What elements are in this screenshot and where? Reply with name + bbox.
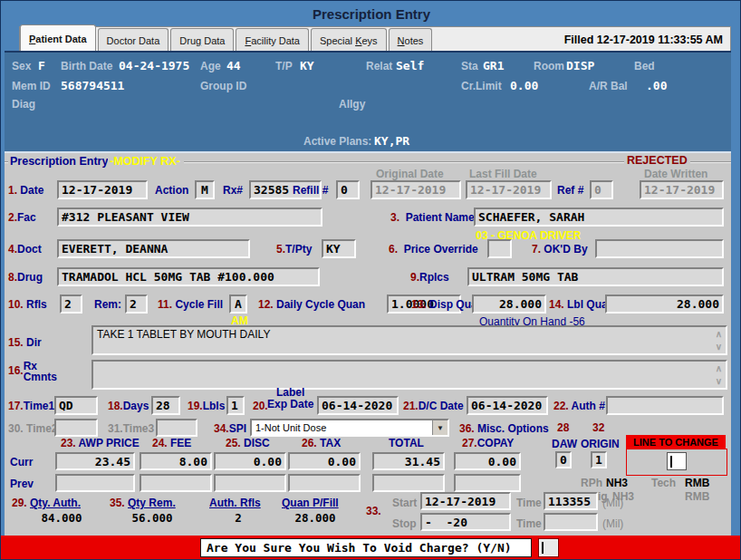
date-written-label: Date Written <box>644 168 707 180</box>
auth-num-field[interactable] <box>606 396 724 415</box>
drug-field[interactable]: TRAMADOL HCL 50MG TAB #100.000 <box>57 267 320 286</box>
spi-dropdown[interactable]: 1-Not Unit Dose ▼ <box>250 419 449 437</box>
birth-date-label: Birth Date <box>61 60 112 72</box>
rph-value: NH3 <box>606 477 628 489</box>
ar-bal-label: A/R Bal <box>589 80 628 92</box>
doct-field[interactable]: EVERETT, DEANNA <box>57 239 250 258</box>
prev-copay-field <box>454 474 521 492</box>
rfls-label: 10. Rfls <box>8 298 47 311</box>
tech-label: Tech <box>651 477 676 489</box>
scroll-down-icon[interactable]: ∨ <box>716 376 722 386</box>
void-charge-input[interactable] <box>539 539 558 556</box>
tech-value: RMB <box>685 477 709 489</box>
age-value: 44 <box>226 59 241 72</box>
tp-value: KY <box>300 59 314 72</box>
start-date-field[interactable]: 12-17-2019 <box>420 492 511 510</box>
qty-auth-header: 29. Qty. Auth. <box>12 497 81 509</box>
relat-label: Relat <box>366 60 392 72</box>
time2-field <box>54 419 98 437</box>
tpty-field[interactable]: KY <box>322 239 356 258</box>
scroll-down-icon[interactable]: ∨ <box>716 342 722 352</box>
patient-name-field[interactable]: SCHAEFER, SARAH <box>474 208 724 227</box>
lbl-quan-field[interactable]: 28.000 <box>605 294 724 314</box>
stop-date-field[interactable]: - -20 <box>420 513 511 531</box>
active-plans-label: Active Plans: <box>303 135 371 148</box>
diag-label: Diag <box>12 98 35 111</box>
cr-limit-value: 0.00 <box>510 79 538 92</box>
group-id-label: Group ID <box>200 80 246 92</box>
ar-bal-value: .00 <box>646 79 667 92</box>
rfls-field[interactable]: 2 <box>60 294 82 314</box>
rx-cmnts-scroll-arrows[interactable]: ∧∨ <box>713 363 725 386</box>
rem-label: Rem: <box>94 298 121 311</box>
prescription-entry-window: Prescription Entry Patient Data Doctor D… <box>0 0 741 560</box>
days-label: 18.Days <box>108 400 149 412</box>
patient-info-panel: Sex F Birth Date 04-24-1975 Age 44 T/P K… <box>5 51 731 153</box>
origin-num: 32 <box>592 421 604 434</box>
rem-field[interactable]: 2 <box>125 294 148 314</box>
num-33: 33. <box>366 505 381 517</box>
allgy-label: Allgy <box>339 98 365 111</box>
disp-quan-field[interactable]: 28.000 <box>472 294 546 314</box>
action-field[interactable]: M <box>195 180 215 199</box>
quan-pfill-value: 28.000 <box>285 511 345 525</box>
time1-field[interactable]: QD <box>54 396 98 415</box>
birth-date-value: 04-24-1975 <box>119 59 189 72</box>
tab-special-keys[interactable]: Special Keys <box>311 28 387 51</box>
tp-label: T/P <box>275 60 293 72</box>
origin-field[interactable]: 1 <box>591 451 607 468</box>
tab-doctor-data[interactable]: Doctor Data <box>98 28 169 51</box>
tab-drug-data[interactable]: Drug Data <box>170 28 234 51</box>
qty-auth-value: 84.000 <box>30 511 93 525</box>
dir-textarea[interactable]: TAKE 1 TABLET BY MOUTH DAILY ∧∨ <box>91 325 727 355</box>
dir-scroll-arrows[interactable]: ∧∨ <box>713 329 725 352</box>
curr-copay-field[interactable]: 0.00 <box>454 452 521 470</box>
fac-field[interactable]: #312 PLEASANT VIEW <box>57 208 322 227</box>
filled-status: Filled 12-17-2019 11:33:55 AM <box>564 34 730 46</box>
tab-patient-data[interactable]: Patient Data <box>20 24 96 51</box>
label-exp-date-num: 20. <box>253 400 268 412</box>
scroll-up-icon[interactable]: ∧ <box>716 329 722 339</box>
tab-strip: Patient Data Doctor Data Drug Data Facil… <box>19 26 731 51</box>
cycle-fill-field[interactable]: A <box>229 294 247 314</box>
line-to-change-header: LINE TO CHANGE <box>626 435 726 449</box>
void-charge-prompt: Are You Sure You Wish To Void Charge? (Y… <box>200 538 532 557</box>
curr-disc-field[interactable]: 0.00 <box>214 452 286 470</box>
stop-label: Stop <box>392 517 417 530</box>
stop-mil-label: (Mil) <box>602 517 623 530</box>
tax-header: 26. TAX <box>302 437 341 449</box>
section-title: Prescription Entry <box>8 155 111 168</box>
dc-date-field[interactable]: 06-14-2020 <box>467 396 548 415</box>
refill-label: Refill # <box>293 184 328 197</box>
rx-cmnts-textarea[interactable]: ∧∨ <box>91 360 727 390</box>
room-value: DISP <box>566 59 594 72</box>
line-to-change-input[interactable] <box>667 452 687 470</box>
date-field[interactable]: 12-17-2019 <box>57 180 148 199</box>
lbls-field[interactable]: 1 <box>226 396 245 415</box>
daw-num: 28 <box>557 421 569 434</box>
okd-by-field[interactable] <box>595 239 724 258</box>
last-fill-date-field: 12-17-2019 <box>466 180 552 199</box>
price-override-field[interactable] <box>487 239 512 258</box>
ref-number-field: 0 <box>590 180 613 199</box>
daw-field[interactable]: 0 <box>555 451 572 468</box>
refill-field[interactable]: 0 <box>336 180 360 199</box>
price-override-label: 6. Price Override <box>389 243 478 256</box>
days-field[interactable]: 28 <box>151 396 180 415</box>
curr-tax-field[interactable]: 0.00 <box>288 452 361 470</box>
label-exp-date-field[interactable]: 06-14-2020 <box>317 396 399 415</box>
original-date-label: Original Date <box>376 168 444 180</box>
label-exp-date-label: LabelExp Date <box>267 387 313 410</box>
scroll-up-icon[interactable]: ∧ <box>716 363 722 373</box>
text-cursor <box>542 542 544 554</box>
time1-label: 17.Time1 <box>8 400 54 412</box>
tab-notes[interactable]: Notes <box>389 28 433 51</box>
start-time-field[interactable]: 113355 <box>544 492 598 510</box>
drug-label: 8.Drug <box>8 271 43 284</box>
rplcs-field[interactable]: ULTRAM 50MG TAB <box>467 267 724 286</box>
curr-fee-field[interactable]: 8.00 <box>140 452 212 470</box>
curr-awp-field[interactable]: 23.45 <box>55 452 135 470</box>
tab-facility-data[interactable]: Facility Data <box>236 28 309 51</box>
dropdown-arrow-icon[interactable]: ▼ <box>432 420 447 435</box>
tpty-label: 5.T/Pty <box>276 243 312 256</box>
